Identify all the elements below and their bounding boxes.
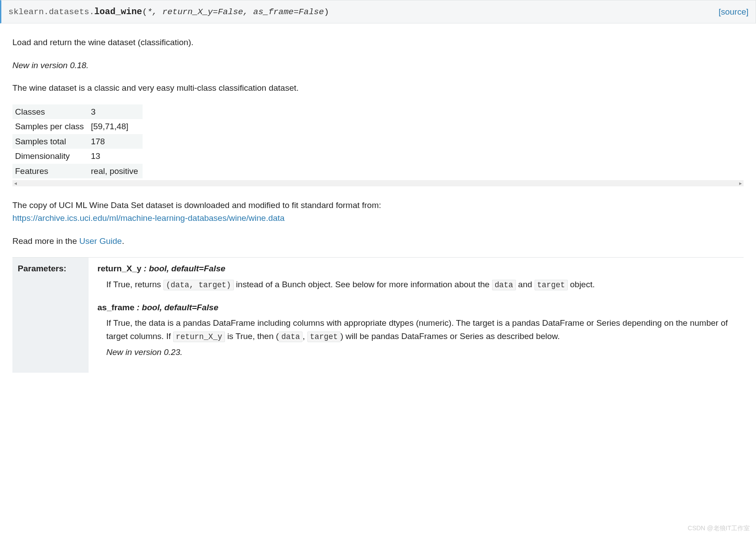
code-literal: target: [535, 280, 568, 290]
desc-text: object.: [568, 280, 595, 289]
star-arg: *: [147, 7, 152, 17]
param-block-as-frame: as_frame : bool, default=False If True, …: [97, 301, 735, 359]
desc-text: and: [516, 280, 535, 289]
desc-text: instead of a Bunch object. See below for…: [234, 280, 492, 289]
table-row: Samples per class[59,71,48]: [12, 119, 143, 134]
function-signature-box: sklearn.datasets.load_wine(*, return_X_y…: [0, 0, 756, 23]
table-row: Classes3: [12, 104, 143, 119]
read-more-paragraph: Read more in the User Guide.: [12, 235, 744, 247]
meta-value: 3: [88, 104, 143, 119]
sig-sep: ,: [152, 7, 163, 17]
meta-value: 178: [88, 134, 143, 149]
param-name: return_X_y: [97, 264, 141, 273]
meta-value: real, positive: [88, 164, 143, 178]
param-sep: :: [141, 264, 149, 273]
code-literal: data: [492, 280, 516, 290]
download-paragraph: The copy of UCI ML Wine Data Set dataset…: [12, 199, 744, 225]
meta-key: Dimensionality: [12, 149, 88, 163]
table-row: Dimensionality13: [12, 149, 143, 163]
meta-key: Classes: [12, 104, 88, 119]
parameters-table: Parameters: return_X_y : bool, default=F…: [12, 257, 744, 373]
parameters-heading: Parameters:: [12, 258, 89, 373]
open-paren: (: [142, 7, 147, 17]
function-name: load_wine: [94, 7, 142, 17]
code-literal: return_X_y: [173, 332, 225, 342]
download-text: The copy of UCI ML Wine Data Set dataset…: [12, 201, 381, 210]
horizontal-scrollbar[interactable]: [12, 180, 744, 186]
intro-paragraph-2: The wine dataset is a classic and very e…: [12, 81, 744, 94]
new-in-version-text: New in version 0.18.: [12, 61, 89, 70]
param-type: bool, default=False: [149, 264, 225, 273]
code-literal: (data, target): [163, 280, 234, 290]
table-row: Samples total178: [12, 134, 143, 149]
code-literal: data: [279, 332, 302, 342]
param-description: If True, the data is a pandas DataFrame …: [106, 316, 735, 343]
new-in-version-text: New in version 0.23.: [106, 347, 182, 357]
intro-paragraph: Load and return the wine dataset (classi…: [12, 36, 744, 49]
desc-text: is True, then (: [225, 332, 279, 341]
param-as-frame: as_frame=False: [253, 7, 324, 17]
param-name: as_frame: [97, 303, 134, 312]
read-more-post: .: [122, 236, 124, 246]
module-path: sklearn.datasets.: [8, 7, 94, 17]
read-more-pre: Read more in the: [12, 236, 79, 246]
parameters-body: return_X_y : bool, default=False If True…: [89, 258, 744, 373]
param-block-return-x-y: return_X_y : bool, default=False If True…: [97, 262, 735, 291]
desc-text: ,: [302, 332, 307, 341]
meta-table: Classes3 Samples per class[59,71,48] Sam…: [12, 104, 143, 178]
code-literal: target: [307, 332, 341, 342]
meta-key: Features: [12, 164, 88, 178]
desc-text: ) will be pandas DataFrames or Series as…: [341, 332, 560, 341]
meta-value: [59,71,48]: [88, 119, 143, 134]
meta-table-wrap: Classes3 Samples per class[59,71,48] Sam…: [12, 104, 744, 186]
param-description: If True, returns (data, target) instead …: [106, 278, 735, 291]
meta-value: 13: [88, 149, 143, 163]
desc-text: If True, returns: [106, 280, 163, 289]
source-link[interactable]: [source]: [718, 5, 748, 18]
meta-key: Samples total: [12, 134, 88, 149]
function-signature: sklearn.datasets.load_wine(*, return_X_y…: [8, 5, 329, 19]
param-return-x-y: return_X_y=False: [163, 7, 243, 17]
close-paren: ): [324, 7, 329, 17]
watermark: CSDN @老狼IT工作室: [688, 524, 750, 533]
user-guide-link[interactable]: User Guide: [79, 236, 122, 246]
new-in-version: New in version 0.18.: [12, 59, 744, 72]
dataset-url-link[interactable]: https://archive.ics.uci.edu/ml/machine-l…: [12, 213, 285, 223]
sig-sep: ,: [243, 7, 253, 17]
table-row: Featuresreal, positive: [12, 164, 143, 178]
meta-key: Samples per class: [12, 119, 88, 134]
param-type: bool, default=False: [142, 303, 218, 312]
param-new-in: New in version 0.23.: [106, 346, 735, 359]
param-sep: :: [134, 303, 142, 312]
